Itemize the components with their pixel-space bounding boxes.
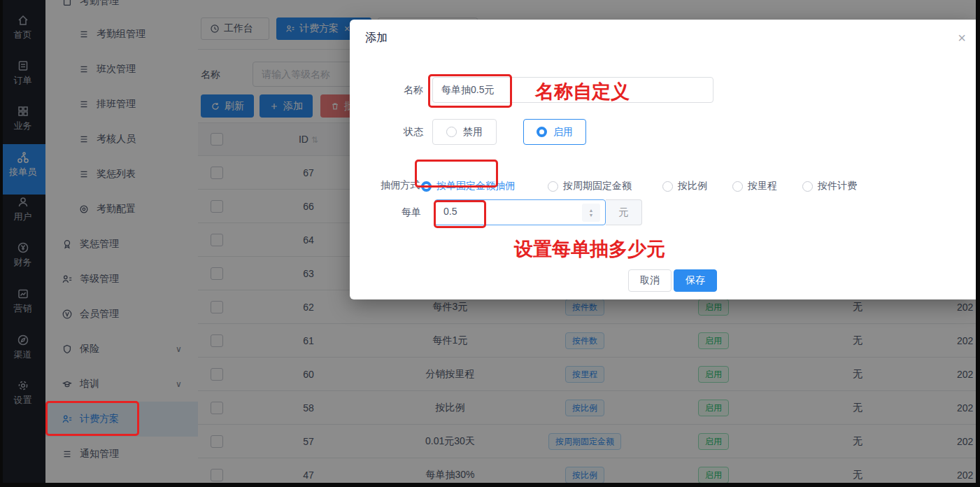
commission-option-per-period[interactable]: 按周期固定金额 [548, 180, 632, 192]
name-label: 名称 [350, 84, 423, 97]
frame-edge [0, 483, 980, 487]
save-button[interactable]: 保存 [674, 269, 717, 292]
radio-selected-icon [421, 181, 432, 192]
radio-selected-icon [537, 127, 547, 137]
commission-option-ratio[interactable]: 按比例 [662, 180, 707, 192]
frame-edge [976, 0, 980, 487]
radio-icon [802, 181, 813, 192]
annotation-text-amount: 设置每单抽多少元 [514, 237, 665, 262]
per-order-value: 0.5 [443, 206, 457, 217]
radio-icon [732, 181, 743, 192]
frame-edge [0, 0, 3, 487]
radio-icon [662, 181, 673, 192]
per-order-label: 每单 [350, 206, 421, 219]
close-icon[interactable]: × [958, 31, 966, 45]
commission-label: 抽佣方式 [350, 179, 420, 192]
commission-option-mileage[interactable]: 按里程 [732, 180, 777, 192]
status-label: 状态 [350, 126, 423, 139]
status-option-enabled[interactable]: 启用 [523, 119, 586, 145]
add-dialog: 添加 × 名称 名称自定义 状态 禁用 启用 抽佣方式 按单固定金额抽佣 按周期… [350, 20, 976, 299]
dialog-title: 添加 [365, 31, 388, 45]
per-order-number-input[interactable]: 0.5 ▲ ▼ [434, 199, 606, 225]
unit-addon: 元 [606, 199, 642, 225]
cancel-button[interactable]: 取消 [628, 269, 672, 292]
radio-icon [446, 127, 457, 137]
number-stepper[interactable]: ▲ ▼ [582, 204, 600, 222]
status-option-disabled[interactable]: 禁用 [432, 119, 497, 145]
radio-icon [548, 181, 558, 192]
caret-down-icon[interactable]: ▼ [589, 213, 594, 218]
caret-up-icon[interactable]: ▲ [589, 208, 594, 213]
commission-option-per-order[interactable]: 按单固定金额抽佣 [421, 180, 515, 192]
name-input[interactable] [432, 77, 713, 103]
commission-option-per-piece[interactable]: 按件计费 [802, 180, 857, 192]
app-window: 首页 订单 业务 接单员 用户 财务 营销 渠道 [0, 0, 980, 487]
